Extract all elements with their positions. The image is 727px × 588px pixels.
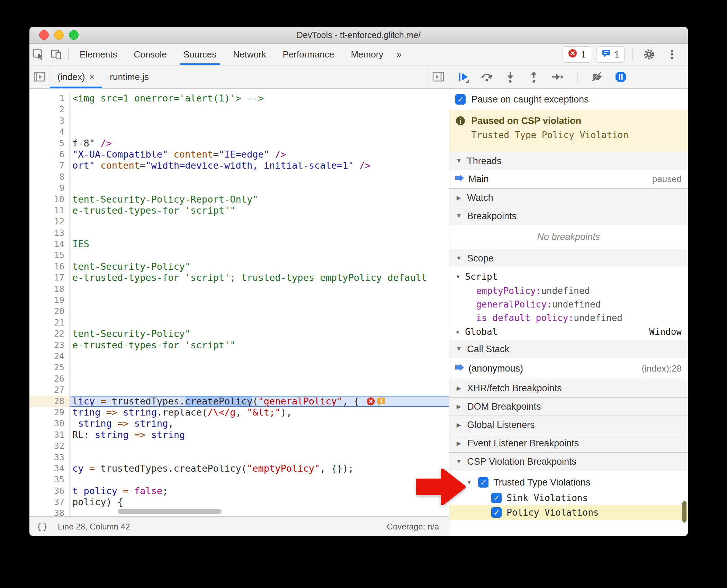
editor-tab-runtime-js[interactable]: runtime.js	[102, 65, 156, 88]
line-number[interactable]: 24	[29, 351, 70, 362]
line-number[interactable]: 36	[29, 485, 70, 497]
chevron-down-icon[interactable]: ▼	[455, 158, 463, 164]
deactivate-breakpoints-icon[interactable]	[591, 70, 604, 83]
pretty-print-icon[interactable]: {}	[36, 522, 49, 532]
scope-group-script[interactable]: ▼Script	[449, 269, 688, 284]
breakpoint-row-policy-violations[interactable]: ✓Policy Violations	[449, 505, 688, 520]
line-number[interactable]: 7	[29, 160, 70, 171]
issue-inline-icon[interactable]	[377, 397, 386, 407]
line-number[interactable]: 3	[29, 115, 70, 126]
tab-performance[interactable]: Performance	[275, 44, 343, 65]
code-line[interactable]: 14IES	[29, 239, 449, 250]
line-number[interactable]: 18	[29, 284, 70, 295]
code-line[interactable]: 36t_policy = false;	[29, 485, 449, 497]
breakpoint-row-trusted-type-violations[interactable]: ▼✓Trusted Type Violations	[449, 474, 688, 491]
code-editor[interactable]: 1<img src=1 onerror='alert(1)'> -->2345f…	[29, 89, 449, 516]
code-line[interactable]: 35	[29, 474, 449, 485]
code-line[interactable]: 19	[29, 295, 449, 306]
code-line[interactable]: 21	[29, 317, 449, 328]
code-line[interactable]: 13	[29, 228, 449, 239]
code-line[interactable]: 28licy = trustedTypes.createPolicy("gene…	[29, 396, 449, 407]
line-number[interactable]: 31	[29, 429, 70, 440]
scope-property[interactable]: generalPolicy: undefined	[449, 297, 688, 311]
code-line[interactable]: 6"X-UA-Compatible" content="IE=edge" />	[29, 149, 449, 160]
code-line[interactable]: 12	[29, 216, 449, 227]
line-number[interactable]: 9	[29, 182, 70, 194]
line-number[interactable]: 26	[29, 373, 70, 384]
chevron-right-icon[interactable]: ▶	[455, 385, 463, 392]
code-line[interactable]: 20	[29, 306, 449, 317]
code-line[interactable]: 9	[29, 182, 449, 194]
code-line[interactable]: 38	[29, 508, 449, 516]
section-header-threads[interactable]: ▼Threads	[449, 152, 688, 170]
section-header-csp-violation-breakpoints[interactable]: ▼CSP Violation Breakpoints	[449, 452, 688, 471]
line-number[interactable]: 20	[29, 306, 70, 317]
pause-on-caught-checkbox[interactable]: ✓	[455, 94, 466, 105]
chevron-right-icon[interactable]: ▶	[455, 194, 463, 202]
line-number[interactable]: 11	[29, 205, 70, 216]
section-header-scope[interactable]: ▼Scope	[449, 249, 688, 267]
line-number[interactable]: 5	[29, 138, 70, 149]
code-line[interactable]: 25	[29, 362, 449, 373]
line-number[interactable]: 22	[29, 328, 70, 339]
code-line[interactable]: 24	[29, 351, 449, 362]
code-line[interactable]: 27	[29, 384, 449, 395]
step-out-icon[interactable]	[527, 70, 540, 83]
code-line[interactable]: 4	[29, 126, 449, 137]
line-number[interactable]: 16	[29, 261, 70, 272]
code-line[interactable]: 26	[29, 373, 449, 384]
line-number[interactable]: 2	[29, 104, 70, 115]
step-over-icon[interactable]	[480, 70, 493, 83]
line-number[interactable]: 8	[29, 171, 70, 182]
navigator-toggle-icon[interactable]	[29, 65, 50, 88]
code-line[interactable]: 10tent-Security-Policy-Report-Only"	[29, 194, 449, 205]
section-header-xhr-fetch-breakpoints[interactable]: ▶XHR/fetch Breakpoints	[449, 379, 688, 397]
line-number[interactable]: 10	[29, 194, 70, 205]
line-number[interactable]: 25	[29, 362, 70, 373]
chevron-down-icon[interactable]: ▼	[455, 346, 463, 353]
code-line[interactable]: 23e-trusted-types-for 'script'"	[29, 340, 449, 351]
code-line[interactable]: 37policy) {	[29, 497, 449, 508]
step-icon[interactable]	[551, 70, 564, 83]
code-line[interactable]: 31RL: string => string	[29, 429, 449, 440]
code-line[interactable]: 32	[29, 440, 449, 452]
editor-tab--index-[interactable]: (index)×	[50, 65, 102, 88]
line-number[interactable]: 21	[29, 317, 70, 328]
thread-row[interactable]: Mainpaused	[449, 170, 688, 188]
inspect-icon[interactable]	[29, 46, 47, 63]
more-panels-button[interactable]: »	[392, 44, 407, 65]
chevron-right-icon[interactable]: ▶	[455, 440, 463, 447]
code-line[interactable]: 11e-trusted-types-for 'script'"	[29, 205, 449, 216]
code-line[interactable]: 16tent-Security-Policy"	[29, 261, 449, 272]
line-number[interactable]: 1	[29, 93, 70, 104]
scope-property[interactable]: is_default_policy: undefined	[449, 311, 688, 324]
line-number[interactable]: 17	[29, 272, 70, 283]
checkbox-trusted-type-violations[interactable]: ✓	[478, 477, 488, 488]
section-header-dom-breakpoints[interactable]: ▶DOM Breakpoints	[449, 397, 688, 416]
editor-panel-right-icon[interactable]	[428, 65, 449, 88]
code-line[interactable]: 7ort" content="width=device-width, initi…	[29, 160, 449, 171]
chevron-right-icon[interactable]: ▶	[455, 421, 463, 429]
section-header-global-listeners[interactable]: ▶Global Listeners	[449, 416, 688, 434]
code-line[interactable]: 3	[29, 115, 449, 126]
close-tab-icon[interactable]: ×	[89, 72, 95, 82]
code-line[interactable]: 29tring => string.replace(/\</g, "&lt;")…	[29, 407, 449, 418]
code-line[interactable]: 34cy = trustedTypes.createPolicy("emptyP…	[29, 463, 449, 474]
error-count-badge[interactable]: 1	[563, 46, 591, 63]
chevron-right-icon[interactable]: ▶	[454, 329, 462, 335]
line-number[interactable]: 34	[29, 463, 70, 474]
tab-network[interactable]: Network	[225, 44, 274, 65]
line-number[interactable]: 19	[29, 295, 70, 306]
checkbox-policy-violations[interactable]: ✓	[491, 507, 502, 518]
tab-sources[interactable]: Sources	[175, 44, 225, 65]
code-line[interactable]: 8	[29, 171, 449, 182]
section-header-breakpoints[interactable]: ▼Breakpoints	[449, 207, 688, 225]
sidebar-scrollbar[interactable]	[682, 501, 686, 523]
line-number[interactable]: 15	[29, 250, 70, 261]
line-number[interactable]: 6	[29, 149, 70, 160]
line-number[interactable]: 27	[29, 384, 70, 395]
kebab-menu-icon[interactable]	[663, 46, 681, 63]
line-number[interactable]: 30	[29, 418, 70, 429]
call-stack-frame[interactable]: (anonymous)(index):28	[449, 358, 688, 379]
code-line[interactable]: 30 string => string,	[29, 418, 449, 429]
